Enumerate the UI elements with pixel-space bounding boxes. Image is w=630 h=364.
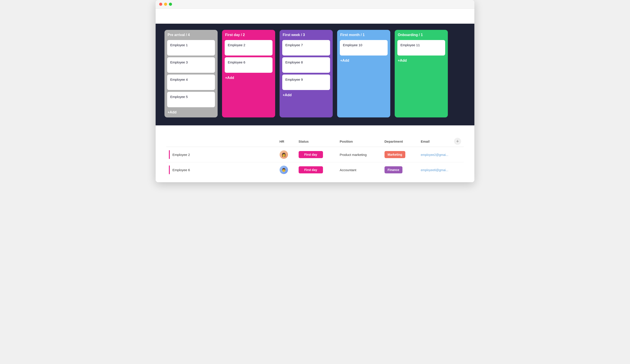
table-row: Employee 2 👩First dayProduct marketingMa…: [166, 147, 464, 162]
avatar-cell-emp6: 👨: [277, 162, 296, 176]
email-cell-emp6: employee6@gmai...: [418, 162, 464, 176]
employee-name-emp6[interactable]: Employee 6: [166, 162, 277, 176]
add-card-button-onboarding[interactable]: +Add: [397, 58, 445, 63]
column-title-onboarding: Onboarding / 1: [397, 33, 445, 37]
page-header: [156, 9, 474, 24]
add-card-button-first-week[interactable]: +Add: [282, 92, 330, 98]
dept-badge-emp6: Finance: [384, 166, 402, 173]
card-emp11[interactable]: Employee 11: [397, 40, 445, 55]
col-name: [166, 136, 277, 147]
card-emp10[interactable]: Employee 10: [340, 40, 388, 55]
col-status: Status: [296, 136, 337, 147]
kanban-column-onboarding: Onboarding / 1Employee 11+Add: [395, 30, 448, 117]
add-card-button-first-day[interactable]: +Add: [225, 75, 272, 81]
email-cell-emp2: employee2@gmai...: [418, 147, 464, 162]
status-badge-emp2: First day: [298, 151, 323, 158]
employee-name-text: Employee 6: [172, 168, 190, 172]
app-window: Pre arrival / 4Employee 1Employee 3Emplo…: [156, 0, 474, 182]
close-button[interactable]: [159, 3, 162, 6]
kanban-column-first-week: First week / 3Employee 7Employee 8Employ…: [280, 30, 333, 117]
employee-name-text: Employee 2: [172, 153, 190, 157]
column-title-first-day: First day / 2: [225, 33, 272, 37]
column-title-first-week: First week / 3: [282, 33, 330, 37]
col-email-header: Email +: [418, 136, 464, 147]
card-emp3[interactable]: Employee 3: [167, 57, 215, 73]
dept-badge-emp2: Marketing: [384, 151, 405, 158]
table-row: Employee 6 👨First dayAccountantFinanceem…: [166, 162, 464, 176]
avatar-cell-emp2: 👩: [277, 147, 296, 162]
card-emp4[interactable]: Employee 4: [167, 74, 215, 90]
kanban-board: Pre arrival / 4Employee 1Employee 3Emplo…: [156, 24, 474, 125]
maximize-button[interactable]: [169, 3, 172, 6]
card-emp2[interactable]: Employee 2: [225, 40, 272, 55]
kanban-column-first-month: First month / 1Employee 10+Add: [337, 30, 390, 117]
row-accent: [169, 165, 170, 174]
add-card-button-pre-arrival[interactable]: +Add: [167, 109, 215, 115]
email-link-emp6[interactable]: employee6@gmai...: [421, 168, 448, 172]
add-column-button[interactable]: +: [454, 138, 461, 145]
card-emp5[interactable]: Employee 5: [167, 92, 215, 107]
card-emp8[interactable]: Employee 8: [282, 57, 330, 73]
employee-name-emp2[interactable]: Employee 2: [166, 147, 277, 162]
card-emp9[interactable]: Employee 9: [282, 74, 330, 90]
status-cell-emp6: First day: [296, 162, 337, 176]
title-bar: [156, 0, 474, 9]
minimize-button[interactable]: [164, 3, 167, 6]
status-cell-emp2: First day: [296, 147, 337, 162]
email-link-emp2[interactable]: employee2@gmai...: [421, 153, 448, 157]
employees-table: HR Status Position Department Email + Em: [166, 136, 464, 176]
position-cell-emp6: Accountant: [337, 162, 382, 176]
avatar-emp2: 👩: [280, 150, 288, 159]
position-cell-emp2: Product marketing: [337, 147, 382, 162]
more-options-button[interactable]: [460, 16, 464, 17]
table-header-row: HR Status Position Department Email +: [166, 136, 464, 147]
department-cell-emp2: Marketing: [382, 147, 418, 162]
department-cell-emp6: Finance: [382, 162, 418, 176]
col-position: Position: [337, 136, 382, 147]
kanban-column-first-day: First day / 2Employee 2Employee 6+Add: [222, 30, 275, 117]
card-emp6[interactable]: Employee 6: [225, 57, 272, 73]
kanban-column-pre-arrival: Pre arrival / 4Employee 1Employee 3Emplo…: [164, 30, 218, 117]
card-emp7[interactable]: Employee 7: [282, 40, 330, 55]
avatar-emp6: 👨: [280, 166, 288, 174]
status-badge-emp6: First day: [298, 166, 323, 173]
table-section: HR Status Position Department Email + Em: [156, 125, 474, 182]
add-card-button-first-month[interactable]: +Add: [340, 58, 388, 63]
card-emp1[interactable]: Employee 1: [167, 40, 215, 55]
col-department: Department: [382, 136, 418, 147]
col-hr: HR: [277, 136, 296, 147]
row-accent: [169, 150, 170, 159]
column-title-pre-arrival: Pre arrival / 4: [167, 33, 215, 37]
column-title-first-month: First month / 1: [340, 33, 388, 37]
